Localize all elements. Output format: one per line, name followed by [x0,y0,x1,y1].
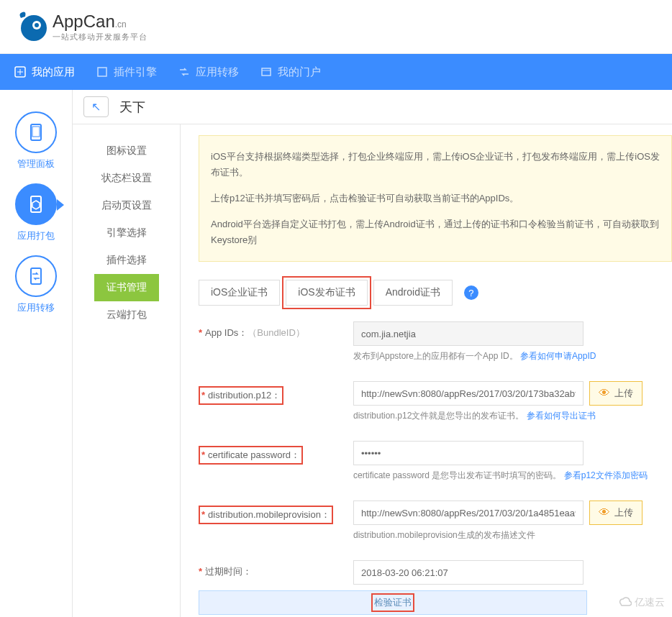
watermark: 亿速云 [617,595,665,610]
notice-line: iOS平台支持根据终端类型选择，打包企业终端应用，需上传iOS企业证书，打包发布… [211,149,660,180]
field-appid: *App IDs：（BundleID） 发布到Appstore上的应用都有一个A… [199,321,672,375]
nav-transfer[interactable]: 应用转移 [178,65,239,79]
appid-label: App IDs： [205,327,248,338]
nav-label: 应用转移 [196,65,239,79]
verify-button[interactable]: 检验证书 [199,590,587,615]
pwd-hint: certificate password 是您导出发布证书时填写的密码。 [353,470,561,480]
tagline: 一站式移动开发服务平台 [53,32,147,42]
field-p12: *distribution.p12： 👁上传 distribution.p12文… [199,381,672,435]
prov-label: distribution.mobileprovision： [208,509,330,520]
svg-marker-12 [32,201,40,209]
svg-rect-7 [262,68,271,76]
main-body: iOS平台支持根据终端类型选择，打包企业终端应用，需上传iOS企业证书，打包发布… [181,124,672,617]
nav-portal[interactable]: 我的门户 [260,65,321,79]
brand-name: AppCan [53,12,115,31]
sidebar-item-statusbar[interactable]: 状态栏设置 [94,165,159,192]
sidebar-item-engine[interactable]: 引擎选择 [94,219,159,247]
nav-my-apps[interactable]: 我的应用 [14,65,75,79]
package-icon [15,183,57,225]
notice-line: Android平台选择自定义证书打包，需上传Android证书，通过上传的证书和… [211,216,660,248]
nav-plugin[interactable]: 插件引擎 [96,65,157,79]
svg-rect-10 [32,127,40,137]
rail-transfer[interactable]: 应用转移 [15,255,57,314]
cert-tabs: iOS企业证书 iOS发布证书 Android证书 ? [199,280,672,306]
pwd-label: certificate password： [208,449,300,460]
sidebar-item-cert[interactable]: 证书管理 [94,274,159,301]
portal-icon [260,66,272,78]
rail-manage[interactable]: 管理面板 [15,111,57,170]
eye-icon: 👁 [599,506,610,519]
field-provision: *distribution.mobileprovision： 👁上传 distr… [199,501,672,554]
plugin-icon [96,66,108,78]
transfer-circle-icon [15,255,57,297]
left-rail: 管理面板 应用打包 应用转移 [0,90,72,617]
p12-input[interactable] [353,381,584,406]
sidebar: 图标设置 状态栏设置 启动页设置 引擎选择 插件选择 证书管理 云端打包 [73,124,181,617]
header: AppCan.cn 一站式移动开发服务平台 [0,0,672,54]
p12-hint: distribution.p12文件就是您导出的发布证书。 [353,411,524,421]
logo[interactable]: AppCan.cn 一站式移动开发服务平台 [11,8,147,45]
nav-label: 我的应用 [32,65,75,79]
nav-label: 我的门户 [278,65,321,79]
tab-android[interactable]: Android证书 [373,280,453,306]
p12-label: distribution.p12： [208,390,281,401]
eye-icon: 👁 [599,387,610,400]
appid-sublabel: （BundleID） [248,327,304,338]
rail-arrow-icon [57,199,64,211]
rail-label: 应用打包 [17,229,55,242]
top-nav: 我的应用 插件引擎 应用转移 我的门户 [0,54,672,90]
back-button[interactable]: ↖ [83,96,109,117]
p12-upload-button[interactable]: 👁上传 [589,381,643,406]
prov-input[interactable] [353,501,584,525]
appid-input[interactable] [353,321,584,346]
rail-label: 应用转移 [17,301,55,314]
notice-box: iOS平台支持根据终端类型选择，打包企业终端应用，需上传iOS企业证书，打包发布… [199,135,672,262]
pwd-input[interactable] [353,441,584,465]
p12-link[interactable]: 参看如何导出证书 [527,411,596,421]
field-password: *certificate password： certificate passw… [199,441,672,495]
manage-icon [15,111,57,153]
page-title: 天下 [119,99,145,116]
notice-line: 上传p12证书并填写密码后，点击检验证书可自动获取当前证书的AppIDs。 [211,191,660,206]
transfer-icon [178,66,190,78]
brand-suffix: .cn [115,19,127,29]
expire-label: 过期时间： [205,566,252,577]
sidebar-item-icon[interactable]: 图标设置 [94,137,159,165]
sidebar-item-cloud[interactable]: 云端打包 [94,301,159,329]
logo-icon [11,8,48,45]
nav-label: 插件引擎 [114,65,157,79]
prov-upload-button[interactable]: 👁上传 [589,501,643,525]
svg-point-2 [35,23,39,27]
sidebar-item-splash[interactable]: 启动页设置 [94,192,159,219]
svg-rect-13 [31,268,41,284]
app-icon [14,66,26,78]
expire-input[interactable] [353,560,584,585]
tab-ios-enterprise[interactable]: iOS企业证书 [199,280,280,306]
rail-label: 管理面板 [17,157,55,170]
prov-hint: distribution.mobileprovision生成的发布描述文件 [353,530,535,540]
svg-rect-6 [98,68,106,76]
sidebar-item-plugin[interactable]: 插件选择 [94,247,159,274]
breadcrumb: ↖ 天下 [73,90,672,124]
pwd-link[interactable]: 参看p12文件添加密码 [564,470,648,480]
rail-package[interactable]: 应用打包 [15,183,57,242]
field-expire: *过期时间： [199,560,672,585]
help-icon[interactable]: ? [464,285,478,300]
appid-hint: 发布到Appstore上的应用都有一个App ID。 [353,351,518,361]
appid-link[interactable]: 参看如何申请AppID [520,351,596,361]
tab-ios-release[interactable]: iOS发布证书 [286,280,367,306]
